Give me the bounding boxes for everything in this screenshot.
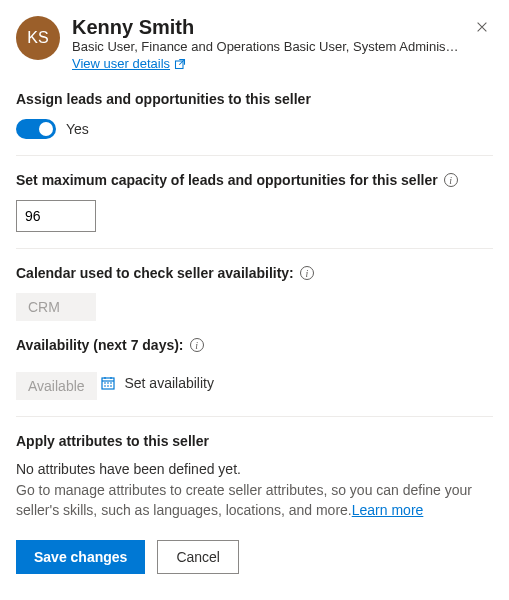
assign-toggle-state: Yes [66,121,89,137]
view-user-details-link[interactable]: View user details [72,56,186,71]
capacity-label: Set maximum capacity of leads and opport… [16,172,438,188]
close-button[interactable] [471,16,493,41]
cancel-button[interactable]: Cancel [157,540,239,574]
attributes-help: Go to manage attributes to create seller… [16,481,493,520]
attributes-section: Apply attributes to this seller No attri… [16,433,493,520]
calendar-value: CRM [16,293,96,321]
user-display-name: Kenny Smith [72,16,459,39]
save-button[interactable]: Save changes [16,540,145,574]
availability-label-row: Availability (next 7 days): i [16,337,493,353]
availability-label: Availability (next 7 days): [16,337,184,353]
open-external-icon [174,58,186,70]
avatar: KS [16,16,60,60]
availability-value: Available [16,372,97,400]
attributes-label: Apply attributes to this seller [16,433,493,449]
capacity-input[interactable] [16,200,96,232]
calendar-label: Calendar used to check seller availabili… [16,265,294,281]
header-panel: KS Kenny Smith Basic User, Finance and O… [16,16,493,71]
calendar-label-row: Calendar used to check seller availabili… [16,265,493,281]
close-icon [475,20,489,37]
header-text: Kenny Smith Basic User, Finance and Oper… [72,16,459,71]
set-availability-label: Set availability [124,375,214,391]
footer: Save changes Cancel [16,540,493,574]
info-icon[interactable]: i [300,266,314,280]
attributes-empty-text: No attributes have been defined yet. [16,461,493,477]
assign-toggle-row: Yes [16,119,493,139]
set-availability-link[interactable]: Set availability [100,375,214,391]
availability-section: Availability (next 7 days): i Available … [16,337,493,400]
capacity-section: Set maximum capacity of leads and opport… [16,172,493,232]
divider [16,248,493,249]
calendar-icon [100,375,116,391]
assign-toggle[interactable] [16,119,56,139]
calendar-section: Calendar used to check seller availabili… [16,265,493,321]
assign-label: Assign leads and opportunities to this s… [16,91,493,107]
info-icon[interactable]: i [190,338,204,352]
info-icon[interactable]: i [444,173,458,187]
divider [16,155,493,156]
capacity-label-row: Set maximum capacity of leads and opport… [16,172,493,188]
user-roles: Basic User, Finance and Operations Basic… [72,39,459,54]
view-user-details-label: View user details [72,56,170,71]
learn-more-link[interactable]: Learn more [352,502,424,518]
assign-section: Assign leads and opportunities to this s… [16,91,493,139]
divider [16,416,493,417]
